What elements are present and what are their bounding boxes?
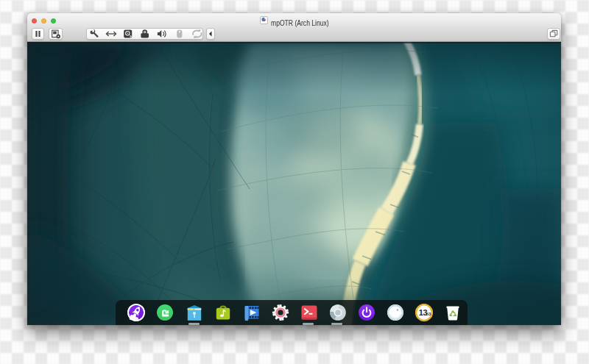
svg-text:53: 53 — [426, 311, 431, 316]
